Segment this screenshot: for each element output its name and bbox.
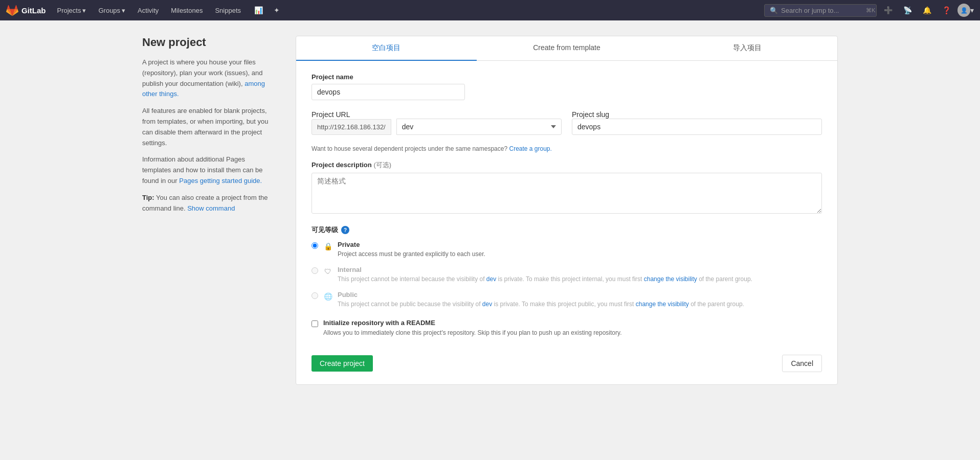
tabs: 空白项目 Create from template 导入项目 — [296, 36, 837, 61]
tab-create-from-template[interactable]: Create from template — [477, 36, 657, 61]
init-repo-desc: Allows you to immediately clone this pro… — [323, 328, 621, 337]
project-url-group: Project URL http://192.168.186.132/ dev … — [311, 110, 822, 135]
init-repo-option: Initialize repository with a README Allo… — [311, 319, 822, 337]
project-url-label: Project URL — [311, 110, 350, 119]
pages-guide-link[interactable]: Pages getting started guide. — [179, 177, 262, 185]
show-command-link[interactable]: Show command — [187, 204, 235, 212]
internal-dev-link[interactable]: dev — [486, 275, 496, 283]
chart-icon[interactable]: 📊 — [250, 2, 266, 18]
search-icon: 🔍 — [770, 7, 778, 14]
form-body: Project name Project URL http://192.168.… — [296, 61, 837, 384]
project-desc-label: Project description (可选) — [311, 160, 822, 170]
plus-icon[interactable]: ➕ — [880, 2, 896, 18]
radio-internal-title: Internal — [338, 266, 752, 273]
tab-blank-project[interactable]: 空白项目 — [296, 36, 477, 61]
main-panel: 空白项目 Create from template 导入项目 Project n… — [296, 36, 838, 385]
visibility-group: 可见等级 ? 🔒 Private Project access must be … — [311, 225, 822, 309]
radio-public-input[interactable] — [311, 292, 318, 299]
sidebar-desc-2: All features are enabled for blank proje… — [142, 106, 275, 148]
radio-public-title: Public — [338, 291, 744, 298]
search-input[interactable] — [781, 7, 863, 14]
radio-internal-desc: This project cannot be internal because … — [338, 274, 752, 284]
shield-icon: 🛡 — [323, 267, 332, 276]
tab-import-project[interactable]: 导入项目 — [657, 36, 837, 61]
nav-snippets[interactable]: Snippets — [210, 0, 246, 20]
project-slug-input[interactable] — [572, 119, 822, 135]
cancel-button[interactable]: Cancel — [782, 355, 822, 372]
radio-public-content: Public This project cannot be public bec… — [338, 291, 744, 309]
init-repo-title: Initialize repository with a README — [323, 319, 621, 327]
help-icon[interactable]: ❓ — [938, 2, 954, 18]
init-repo-group: Initialize repository with a README Allo… — [311, 319, 822, 337]
change-visibility-internal-link[interactable]: change the visibility — [644, 275, 697, 283]
url-prefix: http://192.168.186.132/ — [311, 119, 391, 135]
visibility-label: 可见等级 ? — [311, 225, 822, 235]
radio-private-input[interactable] — [311, 242, 318, 249]
chevron-down-icon: ▾ — [970, 6, 974, 14]
brand[interactable]: GitLab — [6, 4, 46, 16]
nav-activity[interactable]: Activity — [132, 0, 164, 20]
star-icon[interactable]: ✦ — [269, 2, 285, 18]
project-name-input[interactable] — [311, 84, 465, 100]
radio-internal-input[interactable] — [311, 267, 318, 274]
nav-projects[interactable]: Projects ▾ — [52, 0, 92, 20]
create-group-link[interactable]: Create a group. — [509, 145, 551, 152]
project-slug-label: Project slug — [572, 110, 609, 119]
nav-milestones[interactable]: Milestones — [166, 0, 208, 20]
sidebar-desc-1: A project is where you house your files … — [142, 57, 275, 100]
init-repo-checkbox[interactable] — [311, 320, 318, 327]
project-desc-input[interactable] — [311, 173, 822, 214]
radio-internal: 🛡 Internal This project cannot be intern… — [311, 266, 822, 284]
create-project-button[interactable]: Create project — [311, 355, 373, 372]
namespace-hint: Want to house several dependent projects… — [311, 145, 822, 152]
project-url-left: Project URL http://192.168.186.132/ dev — [311, 110, 562, 135]
page-content: New project A project is where you house… — [132, 36, 848, 385]
namespace-select[interactable]: dev — [396, 119, 562, 135]
broadcast-icon[interactable]: 📡 — [899, 2, 916, 18]
user-menu[interactable]: 👤 ▾ — [957, 2, 974, 18]
page-title: New project — [142, 36, 275, 49]
project-url-row: http://192.168.186.132/ dev — [311, 119, 562, 135]
radio-public: 🌐 Public This project cannot be public b… — [311, 291, 822, 309]
search-box[interactable]: 🔍 ⌘K — [764, 4, 877, 17]
avatar: 👤 — [957, 4, 970, 17]
keyboard-shortcut: ⌘K — [866, 7, 875, 14]
brand-label: GitLab — [21, 6, 46, 15]
form-actions: Create project Cancel — [311, 350, 822, 372]
gitlab-logo-icon — [6, 4, 18, 16]
radio-private-desc: Project access must be granted explicitl… — [338, 249, 485, 259]
project-slug-group: Project slug — [572, 110, 822, 135]
nav-groups[interactable]: Groups ▾ — [93, 0, 130, 20]
project-name-label: Project name — [311, 73, 822, 81]
radio-internal-content: Internal This project cannot be internal… — [338, 266, 752, 284]
globe-icon: 🌐 — [323, 292, 332, 301]
notification-icon[interactable]: 🔔 — [919, 2, 935, 18]
help-visibility-icon[interactable]: ? — [341, 226, 349, 234]
project-desc-group: Project description (可选) — [311, 160, 822, 215]
radio-private-content: Private Project access must be granted e… — [338, 241, 485, 259]
navbar: GitLab Projects ▾ Groups ▾ Activity Mile… — [0, 0, 980, 20]
sidebar-tip: Tip: You can also create a project from … — [142, 193, 275, 214]
chevron-down-icon: ▾ — [122, 7, 125, 14]
sidebar-desc-3: Information about additional Pages templ… — [142, 154, 275, 186]
project-name-group: Project name — [311, 73, 822, 100]
init-repo-content: Initialize repository with a README Allo… — [323, 319, 621, 337]
change-visibility-public-link[interactable]: change the visibility — [636, 301, 689, 308]
radio-public-desc: This project cannot be public because th… — [338, 300, 744, 309]
lock-icon: 🔒 — [323, 242, 332, 251]
radio-private: 🔒 Private Project access must be granted… — [311, 241, 822, 259]
chevron-down-icon: ▾ — [82, 7, 86, 14]
public-dev-link[interactable]: dev — [482, 301, 492, 308]
sidebar: New project A project is where you house… — [142, 36, 275, 385]
radio-private-title: Private — [338, 241, 485, 248]
